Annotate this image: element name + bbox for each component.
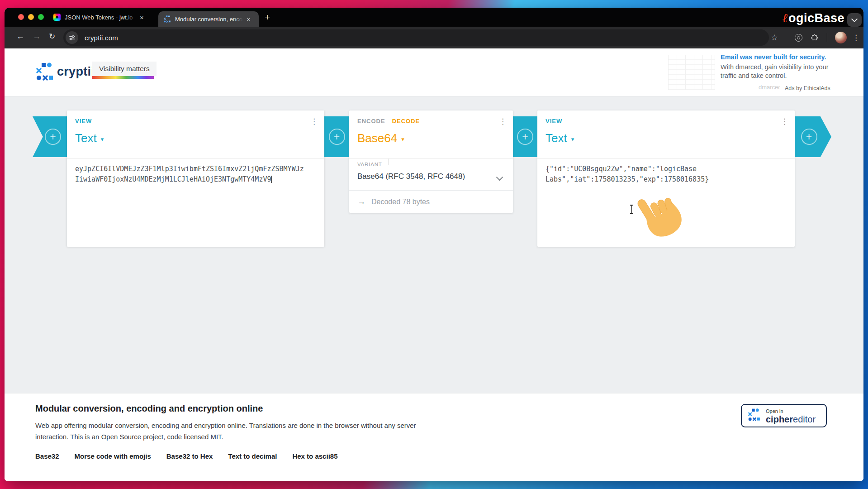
tab-bar: JSON Web Tokens - jwt.io × Modular conve… [5, 8, 863, 27]
ethical-ad: Email was never built for security. With… [664, 51, 853, 93]
ciphereditor-wordmark: ciphereditor [766, 414, 816, 424]
tab-decode[interactable]: DECODE [392, 118, 420, 125]
text-editor-content[interactable]: {"id":"UC0Bsgqu2Zw","name":"logicBaseLab… [545, 164, 787, 185]
view-panel-source: VIEW ⋮ Text▾ eyJpZCI6IlVDMEJzZ3F1Mlp3Iiw… [67, 110, 324, 247]
open-in-ciphereditor-button[interactable]: Open in ciphereditor [741, 404, 827, 427]
tab-title: JSON Web Tokens - jwt.io [65, 14, 136, 21]
forward-button[interactable]: → [33, 32, 41, 41]
panel-menu-icon[interactable]: ⋮ [781, 117, 788, 126]
tab-encode[interactable]: ENCODE [357, 118, 385, 125]
arrow-right-icon: → [357, 197, 365, 206]
codec-panel-base64: ENCODEDECODE ⋮ Base64▾ VARIANT Base64 (R… [349, 110, 513, 213]
logicbase-logo-lead: ℓ [783, 11, 788, 25]
close-window-button[interactable] [18, 14, 24, 20]
footer-title: Modular conversion, encoding and encrypt… [35, 403, 263, 414]
pipeline-start-arrow: + [33, 116, 67, 157]
tab-cryptii-active[interactable]: Modular conversion, encoding × [158, 11, 259, 27]
open-in-label-group: Open in ciphereditor [766, 407, 816, 424]
tab-title: Modular conversion, encoding [175, 16, 243, 23]
field-notch [388, 158, 389, 165]
maximize-window-button[interactable] [38, 14, 44, 20]
footer-links: Base32 Morse code with emojis Base32 to … [35, 452, 337, 460]
add-brick-button[interactable]: + [45, 129, 61, 145]
tab-jwt-io[interactable]: JSON Web Tokens - jwt.io × [48, 8, 157, 27]
browser-toolbar: ← → ↻ cryptii.com ☆ ⋮ [5, 27, 863, 48]
new-tab-button[interactable]: + [265, 12, 270, 23]
text-caret [271, 176, 272, 183]
panel-header-divider [67, 158, 324, 159]
pipeline-connector: + [513, 116, 537, 157]
panel-menu-icon[interactable]: ⋮ [310, 117, 318, 126]
variant-value: Base64 (RFC 3548, RFC 4648) [357, 172, 465, 181]
tagline-chip: Visibility matters [92, 62, 157, 76]
text-cursor-icon [630, 205, 634, 214]
logicbase-logo: ℓogicBase [783, 11, 844, 25]
extensions-puzzle-icon[interactable] [811, 27, 818, 48]
site-header: cryptii Visibility matters Email was nev… [5, 48, 863, 96]
bookmark-star-icon[interactable]: ☆ [771, 27, 778, 48]
profile-avatar[interactable] [835, 32, 847, 43]
dropdown-arrow-icon: ▾ [401, 136, 404, 143]
site-settings-icon[interactable] [66, 31, 78, 44]
panel-role-label: VIEW [75, 118, 92, 125]
pipeline-connector: + [324, 116, 349, 157]
url-text[interactable]: cryptii.com [85, 34, 118, 42]
page-footer: Modular conversion, encoding and encrypt… [5, 393, 863, 481]
open-in-small-label: Open in [766, 408, 783, 414]
close-tab-icon[interactable]: × [247, 15, 251, 23]
footer-link[interactable]: Base32 to Hex [166, 452, 213, 460]
brick-type-selector[interactable]: Text▾ [75, 131, 104, 145]
ciphereditor-logo-icon [748, 408, 761, 423]
footer-link[interactable]: Base32 [35, 452, 59, 460]
add-brick-button[interactable]: + [329, 129, 345, 145]
panel-header-divider [537, 158, 795, 159]
tab-title-fade [233, 16, 243, 23]
rainbow-bar [92, 76, 154, 79]
toolbar-divider [827, 33, 827, 42]
chevron-down-icon [851, 16, 858, 22]
browser-menu-icon[interactable]: ⋮ [852, 27, 860, 48]
variant-select-field[interactable]: VARIANT Base64 (RFC 3548, RFC 4648) [349, 158, 513, 190]
back-button[interactable]: ← [16, 32, 24, 41]
variant-label: VARIANT [357, 162, 382, 167]
hand-cursor-icon [634, 192, 688, 245]
cryptii-favicon-icon [164, 15, 171, 23]
ad-body-text: With dmarced, gain visibility into yourt… [721, 63, 847, 80]
close-tab-icon[interactable]: × [140, 14, 144, 21]
cryptii-logo-icon[interactable] [36, 62, 54, 82]
dropdown-arrow-icon: ▾ [571, 136, 574, 143]
footer-link[interactable]: Morse code with emojis [75, 452, 151, 460]
ad-thumbnail-image[interactable] [668, 55, 715, 90]
page-content: cryptii Visibility matters Email was nev… [5, 48, 863, 481]
codec-status-row: → Decoded 78 bytes [349, 190, 513, 213]
target-outer [795, 34, 802, 42]
status-text: Decoded 78 bytes [371, 198, 430, 206]
jwt-favicon-icon [53, 14, 61, 21]
overlay-collapse-button[interactable] [847, 13, 862, 27]
add-brick-button[interactable]: + [801, 129, 817, 145]
extension-target-icon[interactable] [795, 27, 802, 48]
chevron-down-icon [496, 174, 503, 181]
pipeline-end-arrow: + [795, 116, 831, 157]
footer-link[interactable]: Text to decimal [228, 452, 277, 460]
codec-mode-tabs: ENCODEDECODE [357, 118, 420, 125]
brick-type-selector[interactable]: Base64▾ [357, 131, 404, 145]
address-bar[interactable]: cryptii.com [63, 29, 769, 46]
ad-attribution-link[interactable]: Ads by EthicalAds [780, 83, 834, 93]
tab-title-fade [126, 14, 136, 21]
panel-menu-icon[interactable]: ⋮ [499, 117, 507, 126]
panel-role-label: VIEW [545, 118, 562, 125]
refresh-button[interactable]: ↻ [49, 32, 55, 41]
brick-type-selector[interactable]: Text▾ [545, 131, 574, 145]
footer-link[interactable]: Hex to ascii85 [292, 452, 337, 460]
minimize-window-button[interactable] [28, 14, 34, 20]
dropdown-arrow-icon: ▾ [101, 136, 104, 143]
target-inner [797, 36, 800, 39]
ad-headline-link[interactable]: Email was never built for security. [721, 53, 847, 61]
add-brick-button[interactable]: + [517, 129, 533, 145]
footer-description: Web app offering modular conversion, enc… [35, 420, 449, 442]
text-editor-content[interactable]: eyJpZCI6IlVDMEJzZ3F1Mlp3IiwibmFtZSI6Imxv… [75, 164, 316, 185]
browser-window: JSON Web Tokens - jwt.io × Modular conve… [5, 8, 863, 481]
cryptii-wordmark[interactable]: cryptii [57, 65, 95, 79]
